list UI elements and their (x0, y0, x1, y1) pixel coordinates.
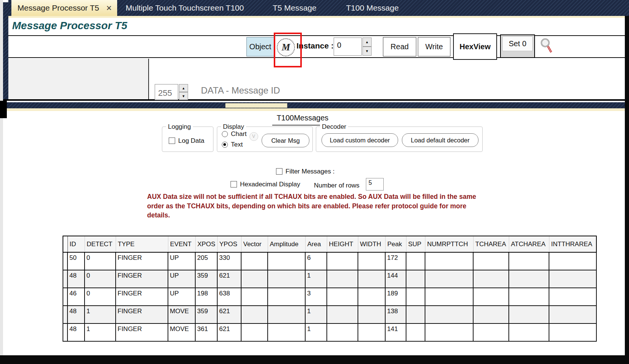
table-cell[interactable]: 330 (217, 252, 241, 270)
spin-up-icon[interactable]: ▲ (362, 37, 372, 47)
table-cell[interactable] (406, 252, 425, 270)
table-cell[interactable] (509, 252, 549, 270)
table-cell[interactable] (241, 306, 268, 323)
column-header[interactable]: ID (67, 236, 85, 252)
close-icon[interactable]: ✕ (106, 5, 112, 12)
tab-message-processor-t5[interactable]: Message Processor T5 ✕ (11, 0, 117, 16)
load-default-decoder-button[interactable]: Load default decoder (402, 133, 478, 147)
table-cell[interactable]: MOVE (168, 306, 195, 323)
table-cell[interactable] (358, 306, 385, 323)
table-cell[interactable] (509, 288, 549, 306)
table-cell[interactable]: 1 (85, 323, 116, 341)
clear-msg-button[interactable]: Clear Msg (262, 134, 309, 147)
table-cell[interactable] (549, 252, 596, 270)
table-cell[interactable] (473, 252, 509, 270)
table-cell[interactable]: 621 (217, 323, 241, 341)
table-cell[interactable]: 198 (195, 288, 217, 306)
table-cell[interactable]: 48 (67, 270, 85, 288)
object-button[interactable]: Object (246, 37, 274, 56)
column-header[interactable]: Vector (241, 236, 268, 252)
tab-t100-message[interactable]: T100 Message (342, 0, 403, 16)
column-header[interactable]: ATCHAREA (509, 236, 549, 252)
table-row[interactable]: 500FINGERUP2053306172 (63, 252, 596, 270)
table-cell[interactable]: 361 (195, 323, 217, 341)
set0-button[interactable]: Set 0 (500, 34, 535, 58)
table-cell[interactable]: 359 (195, 306, 217, 323)
table-cell[interactable]: FINGER (116, 323, 168, 341)
table-cell[interactable] (425, 270, 473, 288)
column-header[interactable]: SUP (406, 236, 425, 252)
table-cell[interactable]: 621 (217, 270, 241, 288)
table-cell[interactable]: 144 (385, 270, 406, 288)
table-cell[interactable] (268, 306, 305, 323)
table-cell[interactable]: 141 (385, 323, 406, 341)
table-row[interactable]: 481FINGERMOVE3596211138 (63, 306, 596, 323)
table-cell[interactable] (406, 306, 425, 323)
table-cell[interactable] (241, 323, 268, 341)
log-data-checkbox[interactable] (169, 137, 175, 144)
table-cell[interactable]: 138 (385, 306, 406, 323)
tab-multiple-touch-touchscreen-t100[interactable]: Multiple Touch Touchscreen T100 (122, 0, 248, 16)
table-cell[interactable] (241, 288, 268, 306)
table-cell[interactable] (425, 288, 473, 306)
table-cell[interactable] (327, 306, 358, 323)
column-header[interactable]: HEIGHT (327, 236, 358, 252)
column-header[interactable]: YPOS (217, 236, 241, 252)
table-cell[interactable] (241, 270, 268, 288)
number-of-rows-input[interactable]: 5 (366, 178, 384, 191)
table-cell[interactable]: 0 (85, 288, 116, 306)
table-cell[interactable] (358, 270, 385, 288)
table-row[interactable]: 481FINGERMOVE3616211141 (63, 323, 596, 341)
tab-t5-message[interactable]: T5 Message (269, 0, 320, 16)
chart-radio[interactable] (222, 131, 228, 137)
table-cell[interactable] (268, 323, 305, 341)
table-cell[interactable]: FINGER (116, 270, 168, 288)
load-custom-decoder-button[interactable]: Load custom decoder (322, 133, 398, 147)
table-cell[interactable] (358, 323, 385, 341)
column-header[interactable]: Amplitude (268, 236, 305, 252)
write-button[interactable]: Write (418, 37, 450, 56)
table-cell[interactable] (406, 323, 425, 341)
table-cell[interactable]: 359 (195, 270, 217, 288)
table-cell[interactable] (549, 288, 596, 306)
table-cell[interactable]: 46 (67, 288, 85, 306)
table-cell[interactable]: 6 (305, 252, 327, 270)
table-cell[interactable] (406, 270, 425, 288)
panel-focus-tab[interactable] (225, 103, 287, 108)
table-cell[interactable] (268, 288, 305, 306)
column-header[interactable]: WIDTH (358, 236, 385, 252)
search-icon[interactable] (539, 37, 554, 55)
table-cell[interactable] (473, 270, 509, 288)
table-cell[interactable]: FINGER (116, 306, 168, 323)
table-cell[interactable] (241, 252, 268, 270)
read-button[interactable]: Read (383, 37, 416, 56)
spin-down-icon[interactable]: ▼ (362, 47, 372, 56)
table-cell[interactable]: UP (168, 252, 195, 270)
column-header[interactable]: INTTHRAREA (549, 236, 596, 252)
instance-input[interactable]: 0 (334, 37, 362, 56)
table-cell[interactable]: 1 (305, 270, 327, 288)
table-cell[interactable] (268, 270, 305, 288)
spin-down-icon[interactable]: ▼ (179, 92, 188, 100)
table-cell[interactable]: 48 (67, 306, 85, 323)
message-id-input[interactable]: 255 (155, 84, 178, 100)
table-cell[interactable]: 189 (385, 288, 406, 306)
column-header[interactable]: TYPE (116, 236, 168, 252)
hexview-button[interactable]: HexView (453, 33, 497, 60)
table-cell[interactable]: 0 (85, 252, 116, 270)
table-cell[interactable]: MOVE (168, 323, 195, 341)
table-row[interactable]: 460FINGERUP1986383189 (63, 288, 596, 306)
column-header[interactable]: Area (305, 236, 327, 252)
table-cell[interactable] (473, 288, 509, 306)
table-cell[interactable] (473, 323, 509, 341)
table-cell[interactable]: 638 (217, 288, 241, 306)
table-cell[interactable] (425, 306, 473, 323)
column-header[interactable]: XPOS (195, 236, 217, 252)
table-row[interactable]: 480FINGERUP3596211144 (63, 270, 596, 288)
table-cell[interactable]: FINGER (116, 252, 168, 270)
table-cell[interactable] (549, 323, 596, 341)
table-cell[interactable]: 50 (67, 252, 85, 270)
table-cell[interactable] (509, 306, 549, 323)
table-cell[interactable] (425, 252, 473, 270)
table-cell[interactable] (327, 288, 358, 306)
